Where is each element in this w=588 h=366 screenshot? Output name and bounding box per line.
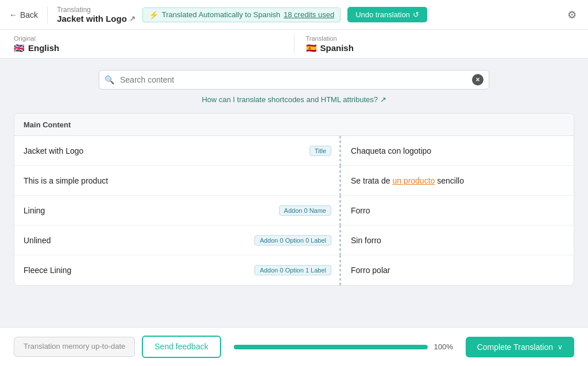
translation-text[interactable]: Forro bbox=[342, 199, 574, 222]
translation-text[interactable]: Sin forro bbox=[342, 229, 574, 252]
external-link-icon: ↗ bbox=[129, 14, 136, 23]
lang-divider bbox=[294, 34, 295, 54]
translation-label: Translation bbox=[306, 35, 575, 42]
translation-lang-section: Translation 🇪🇸 Spanish bbox=[306, 35, 575, 53]
badge-col: Addon 0 Name bbox=[246, 205, 338, 216]
clear-icon: × bbox=[475, 76, 479, 84]
complete-translation-button[interactable]: Complete Translation ∨ bbox=[466, 337, 574, 357]
translating-info: Translating Jacket with Logo ↗ bbox=[57, 6, 136, 24]
translation-lang-name: Spanish bbox=[320, 43, 354, 53]
source-text: Lining bbox=[14, 199, 246, 222]
table-row: Unlined Addon 0 Option 0 Label Sin forro bbox=[14, 225, 574, 255]
badge-col: Title bbox=[246, 146, 338, 156]
search-icon: 🔍 bbox=[105, 75, 114, 84]
chevron-down-icon: ∨ bbox=[558, 343, 563, 351]
progress-bar-fill bbox=[234, 345, 428, 349]
row-divider bbox=[338, 255, 342, 285]
translating-label: Translating bbox=[57, 6, 136, 14]
send-feedback-button[interactable]: Send feedback bbox=[142, 336, 220, 357]
original-lang-name: English bbox=[28, 43, 59, 53]
lightning-icon: ⚡ bbox=[149, 10, 158, 20]
translation-language: 🇪🇸 Spanish bbox=[306, 43, 575, 53]
auto-translated-badge: ⚡ Translated Automatically to Spanish 18… bbox=[142, 7, 341, 22]
settings-button[interactable]: ⚙ bbox=[565, 6, 579, 24]
back-button[interactable]: ← Back bbox=[9, 10, 38, 20]
row-divider bbox=[338, 225, 342, 255]
complete-label: Complete Translation bbox=[477, 342, 553, 352]
badge-col: Addon 0 Option 1 Label bbox=[246, 265, 338, 275]
credits-link[interactable]: 18 credits used bbox=[284, 10, 334, 19]
translation-text[interactable]: Se trata de un producto sencillo bbox=[342, 169, 574, 192]
translation-text[interactable]: Chaqueta con logotipo bbox=[342, 139, 574, 162]
translation-text[interactable]: Forro polar bbox=[342, 259, 574, 282]
row-divider bbox=[338, 196, 342, 225]
source-text: Jacket with Logo bbox=[14, 139, 246, 162]
search-input[interactable] bbox=[99, 70, 489, 89]
badge-col: Addon 0 Option 0 Label bbox=[246, 235, 338, 246]
table-row: This is a simple product Se trata de un … bbox=[14, 166, 574, 196]
original-label: Original bbox=[14, 35, 283, 42]
table-row: Fleece Lining Addon 0 Option 1 Label For… bbox=[14, 255, 574, 285]
field-badge: Addon 0 Option 1 Label bbox=[254, 265, 331, 275]
progress-bar-background bbox=[234, 345, 428, 349]
field-badge: Title bbox=[310, 146, 331, 156]
progress-section: 100% bbox=[228, 342, 459, 351]
table-row: Jacket with Logo Title Chaqueta con logo… bbox=[14, 136, 574, 166]
content-card: Main Content Jacket with Logo Title Chaq… bbox=[14, 113, 574, 286]
main-area: 🔍 × How can I translate shortcodes and H… bbox=[0, 59, 588, 327]
header-divider bbox=[47, 6, 48, 24]
original-lang-section: Original 🇬🇧 English bbox=[14, 35, 283, 53]
language-bar: Original 🇬🇧 English Translation 🇪🇸 Spani… bbox=[0, 30, 588, 59]
original-flag: 🇬🇧 bbox=[14, 43, 25, 53]
back-arrow-icon: ← bbox=[9, 10, 17, 20]
field-badge: Addon 0 Name bbox=[279, 205, 331, 216]
field-badge: Addon 0 Option 0 Label bbox=[254, 235, 331, 246]
progress-percentage: 100% bbox=[434, 342, 452, 351]
content-section-title: Main Content bbox=[24, 120, 71, 129]
back-label: Back bbox=[20, 10, 38, 20]
footer: Translation memory up-to-date Send feedb… bbox=[0, 327, 588, 366]
shortcodes-link[interactable]: How can I translate shortcodes and HTML … bbox=[14, 95, 574, 104]
translating-title-link[interactable]: Jacket with Logo bbox=[57, 14, 127, 24]
content-card-header: Main Content bbox=[14, 114, 574, 136]
header: ← Back Translating Jacket with Logo ↗ ⚡ … bbox=[0, 0, 588, 30]
settings-icon: ⚙ bbox=[567, 9, 577, 21]
table-row: Lining Addon 0 Name Forro bbox=[14, 196, 574, 225]
row-divider bbox=[338, 136, 342, 165]
undo-translation-button[interactable]: Undo translation ↺ bbox=[347, 7, 427, 22]
undo-icon: ↺ bbox=[413, 10, 419, 19]
translating-title: Jacket with Logo ↗ bbox=[57, 14, 136, 24]
row-divider bbox=[338, 166, 342, 195]
highlight-word: un producto bbox=[392, 176, 435, 185]
memory-status: Translation memory up-to-date bbox=[14, 337, 135, 357]
source-text: Fleece Lining bbox=[14, 259, 246, 282]
search-container: 🔍 × bbox=[99, 70, 489, 89]
search-clear-button[interactable]: × bbox=[472, 74, 483, 85]
translation-flag: 🇪🇸 bbox=[306, 43, 317, 53]
auto-translated-text: Translated Automatically to Spanish bbox=[162, 10, 280, 19]
undo-label: Undo translation bbox=[355, 10, 410, 19]
source-text: Unlined bbox=[14, 229, 246, 252]
original-language: 🇬🇧 English bbox=[14, 43, 283, 53]
source-text: This is a simple product bbox=[14, 169, 246, 192]
